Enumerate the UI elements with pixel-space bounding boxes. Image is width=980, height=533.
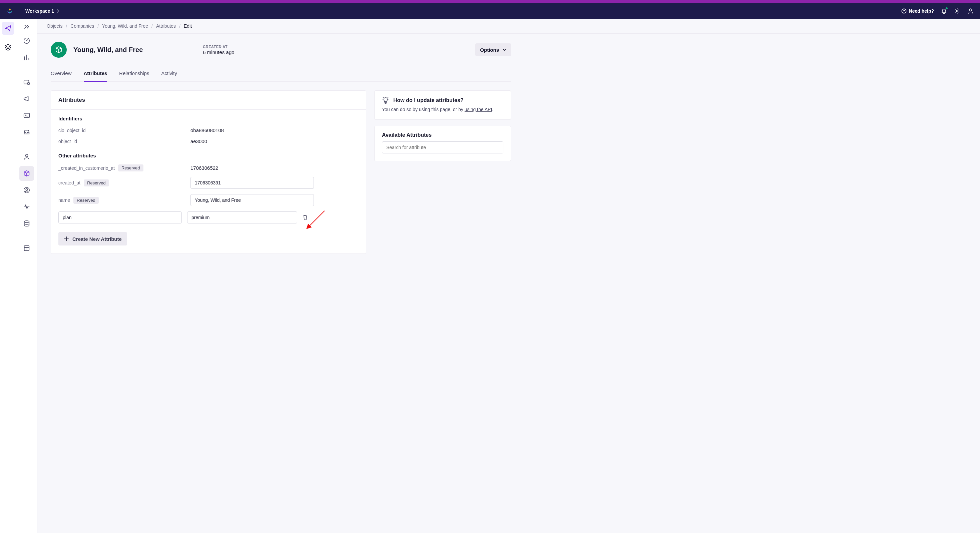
attribute-name: name: [58, 197, 70, 203]
identifier-row: cio_object_id oba886080108: [58, 125, 359, 136]
tabs: Overview Attributes Relationships Activi…: [51, 67, 511, 82]
rail-nav-secondary[interactable]: [2, 41, 14, 53]
nav-goals[interactable]: [19, 75, 34, 89]
nav-data[interactable]: [19, 216, 34, 231]
created-at-label: CREATED AT: [203, 45, 234, 49]
svg-point-8: [27, 83, 29, 84]
page-header: Young, Wild, and Free CREATED AT 6 minut…: [51, 42, 511, 58]
target-rect-icon: [23, 78, 30, 86]
breadcrumb-current: Edit: [184, 23, 192, 29]
svg-rect-14: [24, 246, 29, 251]
pulse-icon: [23, 203, 30, 210]
attribute-value: 1706306522: [191, 165, 218, 171]
gear-icon: [954, 8, 961, 14]
attribute-value-input[interactable]: [191, 177, 314, 189]
app-logo-icon: [6, 7, 13, 15]
settings-button[interactable]: [954, 8, 961, 14]
breadcrumb-objects[interactable]: Objects: [47, 23, 62, 29]
chevrons-right-icon: [23, 24, 30, 29]
cube-icon: [55, 46, 63, 54]
tab-attributes[interactable]: Attributes: [84, 67, 107, 82]
attribute-name: created_at: [58, 180, 80, 185]
hint-title: How do I update attributes?: [393, 97, 464, 103]
created-at-block: CREATED AT 6 minutes ago: [203, 45, 234, 55]
svg-point-2: [904, 12, 904, 13]
attribute-value-input[interactable]: [187, 212, 297, 223]
object-avatar: [51, 42, 67, 58]
hint-api-link[interactable]: using the API: [465, 107, 492, 112]
svg-point-4: [970, 9, 972, 11]
tab-relationships[interactable]: Relationships: [119, 67, 149, 81]
inbox-icon: [23, 129, 30, 136]
nav-objects[interactable]: [19, 166, 34, 181]
rail-nav-primary[interactable]: [2, 22, 14, 35]
hint-card: How do I update attributes? You can do s…: [374, 91, 511, 120]
reserved-badge: Reserved: [118, 164, 143, 172]
content-area: Objects / Companies / Young, Wild, and F…: [37, 19, 980, 533]
nav-analytics[interactable]: [19, 50, 34, 65]
svg-point-13: [24, 221, 29, 223]
attribute-row-editable: created_at Reserved: [58, 174, 359, 191]
attributes-card-title: Attributes: [51, 91, 366, 110]
notifications-button[interactable]: [941, 8, 947, 14]
tab-activity[interactable]: Activity: [161, 67, 177, 81]
plus-icon: [64, 236, 69, 242]
user-icon: [967, 8, 974, 14]
expand-sidebar-button[interactable]: [19, 22, 34, 31]
nav-deliveries[interactable]: [19, 125, 34, 139]
person-icon: [23, 153, 30, 161]
nav-segments[interactable]: [19, 183, 34, 197]
nav-broadcasts[interactable]: [19, 91, 34, 106]
reserved-badge: Reserved: [73, 197, 99, 204]
bar-chart-icon: [23, 54, 30, 61]
svg-point-3: [957, 10, 958, 12]
delete-attribute-button[interactable]: [302, 215, 308, 221]
tab-overview[interactable]: Overview: [51, 67, 72, 81]
outer-rail: [0, 19, 16, 533]
breadcrumb: Objects / Companies / Young, Wild, and F…: [37, 19, 980, 34]
workspace-switcher[interactable]: Workspace 1: [25, 8, 59, 14]
help-label: Need help?: [909, 8, 934, 14]
help-link[interactable]: Need help?: [901, 8, 934, 14]
identifiers-title: Identifiers: [58, 116, 359, 121]
nav-dashboard[interactable]: [19, 33, 34, 48]
options-button[interactable]: Options: [475, 43, 511, 56]
nav-content[interactable]: [19, 241, 34, 256]
hint-text-pre: You can do so by using this page, or by: [382, 107, 465, 112]
svg-point-6: [26, 40, 27, 41]
available-attributes-card: Available Attributes: [374, 126, 511, 161]
chevron-down-icon: [502, 48, 506, 52]
terminal-icon: [23, 112, 30, 119]
breadcrumb-separator: /: [97, 23, 99, 29]
layers-icon: [4, 43, 12, 51]
hint-body: You can do so by using this page, or by …: [375, 107, 511, 119]
breadcrumb-attributes[interactable]: Attributes: [156, 23, 176, 29]
top-nav: Workspace 1 Need help?: [0, 3, 980, 19]
breadcrumb-companies[interactable]: Companies: [70, 23, 94, 29]
identifier-name: object_id: [58, 139, 185, 144]
question-circle-icon: [901, 8, 907, 14]
inner-rail: [16, 19, 37, 533]
attribute-value-input[interactable]: [191, 194, 314, 206]
nav-transactional[interactable]: [19, 108, 34, 123]
attribute-name-input[interactable]: [58, 212, 182, 223]
identifier-value: oba886080108: [191, 127, 224, 133]
updown-icon: [56, 9, 59, 13]
identifier-value: ae3000: [191, 138, 207, 144]
create-attribute-button[interactable]: Create New Attribute: [58, 232, 127, 245]
available-attributes-title: Available Attributes: [375, 126, 511, 142]
notification-dot-icon: [945, 7, 948, 10]
available-attributes-search-input[interactable]: [382, 142, 503, 153]
nav-people[interactable]: [19, 150, 34, 164]
breadcrumb-object-name[interactable]: Young, Wild, and Free: [102, 23, 148, 29]
account-button[interactable]: [967, 8, 974, 14]
identifier-name: cio_object_id: [58, 128, 185, 133]
cube-icon: [23, 170, 30, 177]
brand-stripe: [0, 0, 980, 3]
attribute-row-editable: name Reserved: [58, 191, 359, 209]
svg-point-10: [25, 154, 28, 157]
svg-rect-9: [24, 113, 29, 118]
layout-icon: [23, 245, 30, 252]
nav-activity[interactable]: [19, 199, 34, 214]
svg-point-12: [26, 188, 28, 191]
